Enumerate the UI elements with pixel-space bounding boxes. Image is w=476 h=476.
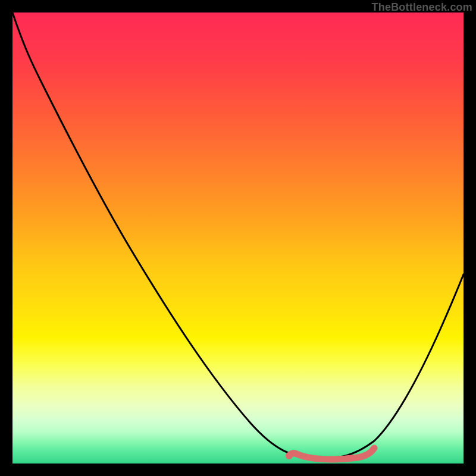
bottleneck-curve <box>12 12 464 464</box>
plot-area <box>12 12 464 464</box>
watermark-text: TheBottleneck.com <box>372 1 472 14</box>
curve-path <box>12 12 464 459</box>
optimal-range-start-dot <box>286 452 293 459</box>
chart-frame: TheBottleneck.com <box>0 0 476 476</box>
